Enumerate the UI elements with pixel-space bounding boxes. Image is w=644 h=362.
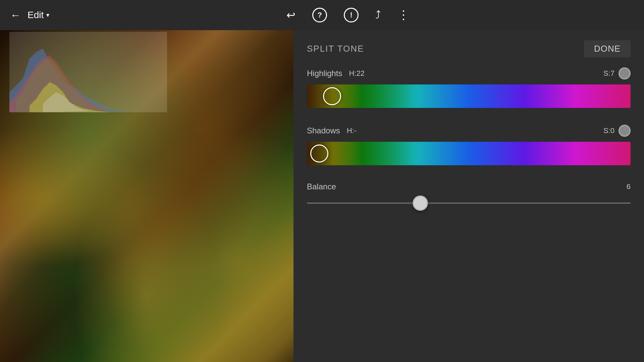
toolbar: ← Edit ▾ ↩ ? ! ⤴ ⋮ <box>0 0 644 30</box>
histogram <box>9 32 167 112</box>
edit-menu[interactable]: Edit ▾ <box>28 10 49 20</box>
shadows-color-strip[interactable] <box>307 142 631 165</box>
shadows-label: Shadows <box>307 126 340 135</box>
back-button[interactable]: ← <box>10 9 21 21</box>
undo-button[interactable]: ↩ <box>286 9 296 21</box>
balance-slider-thumb[interactable] <box>413 195 428 211</box>
photo-area <box>0 30 293 362</box>
balance-slider-container <box>307 196 631 210</box>
done-button[interactable]: DONE <box>584 40 631 57</box>
balance-slider-track[interactable] <box>307 202 631 204</box>
chevron-down-icon: ▾ <box>46 11 49 19</box>
highlights-strip-handle[interactable] <box>323 87 341 105</box>
balance-label: Balance <box>307 182 336 191</box>
highlights-color-strip-container <box>307 84 631 115</box>
highlights-left: Highlights H:22 <box>307 69 365 78</box>
highlights-label: Highlights <box>307 69 342 78</box>
highlights-color-strip[interactable] <box>307 84 631 108</box>
help-button[interactable]: ? <box>312 8 327 22</box>
main-content: SPLIT TONE DONE Highlights H:22 S:7 Shad… <box>0 30 644 362</box>
highlights-saturation-value: S:7 <box>603 69 614 78</box>
highlights-hue-value: H:22 <box>349 69 364 78</box>
warning-button[interactable]: ! <box>344 8 359 22</box>
right-panel: SPLIT TONE DONE Highlights H:22 S:7 Shad… <box>293 30 644 362</box>
shadows-saturation-value: S:0 <box>603 126 614 135</box>
balance-section: Balance 6 <box>307 182 631 210</box>
shadows-hue-value: H:- <box>347 126 357 135</box>
shadows-toggle[interactable] <box>619 125 631 137</box>
highlights-header: Highlights H:22 S:7 <box>307 67 631 79</box>
shadows-left: Shadows H:- <box>307 126 357 135</box>
panel-title: SPLIT TONE <box>307 44 364 54</box>
balance-value: 6 <box>627 182 631 191</box>
toolbar-left: ← Edit ▾ <box>10 9 49 21</box>
shadows-right: S:0 <box>603 125 631 137</box>
more-button[interactable]: ⋮ <box>397 8 410 22</box>
share-button[interactable]: ⤴ <box>375 9 381 21</box>
shadows-strip-handle[interactable] <box>310 144 328 163</box>
shadows-header: Shadows H:- S:0 <box>307 125 631 137</box>
panel-header: SPLIT TONE DONE <box>307 40 631 57</box>
highlights-right: S:7 <box>603 67 631 79</box>
edit-label: Edit <box>28 10 44 20</box>
highlights-toggle[interactable] <box>619 67 631 79</box>
toolbar-center: ↩ ? ! ⤴ ⋮ <box>63 8 634 22</box>
shadows-color-strip-container <box>307 142 631 172</box>
balance-header: Balance 6 <box>307 182 631 191</box>
